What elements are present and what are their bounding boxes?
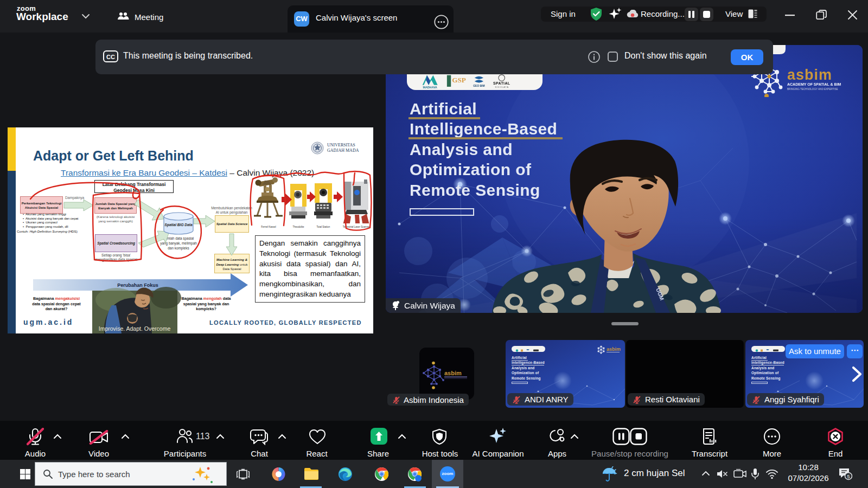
svg-text:BRINGING TECHNOLOGY AND EXPERT: BRINGING TECHNOLOGY AND EXPERTISE (787, 88, 838, 91)
svg-text:Perubahan Fokus: Perubahan Fokus (117, 282, 158, 288)
svg-text:Fernel Kassel: Fernel Kassel (261, 226, 276, 228)
svg-text:MADHAVA: MADHAVA (423, 86, 437, 89)
svg-text:SPATIAL: SPATIAL (493, 81, 510, 85)
svg-text:GEO BIM: GEO BIM (473, 85, 484, 87)
svg-text:GSP: GSP (452, 76, 466, 84)
svg-text:Improvise. Adapt. Overcome: Improvise. Adapt. Overcome (99, 325, 171, 332)
svg-text:Spatial BIG Data: Spatial BIG Data (164, 223, 193, 227)
svg-text:S I D O L A T A: S I D O L A T A (495, 86, 508, 88)
svg-text:Terrestrial Laser Scanner: Terrestrial Laser Scanner (343, 226, 371, 228)
svg-text:asbim: asbim (607, 346, 621, 352)
svg-text:ACADEMY OF SPATIAL & BIM: ACADEMY OF SPATIAL & BIM (787, 82, 841, 86)
svg-text:Theodolite: Theodolite (292, 226, 304, 228)
svg-text:Total Station: Total Station (317, 226, 330, 228)
svg-text:asbim: asbim (787, 67, 832, 83)
svg-text:CC: CC (106, 54, 115, 60)
svg-text:5: 5 (847, 474, 850, 479)
svg-text:asbim: asbim (444, 370, 462, 376)
